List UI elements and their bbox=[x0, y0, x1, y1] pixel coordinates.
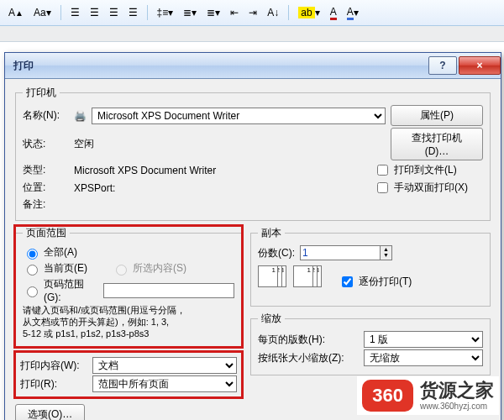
indent-increase-icon[interactable]: ⇥ bbox=[245, 4, 260, 21]
options-button[interactable]: 选项(O)… bbox=[15, 404, 85, 420]
ruler bbox=[0, 26, 504, 42]
print-what-label: 打印内容(W): bbox=[20, 359, 87, 373]
align-right-icon[interactable]: ☰ bbox=[106, 4, 122, 21]
spin-down-icon[interactable]: ▼ bbox=[381, 252, 391, 258]
pages-radio[interactable] bbox=[27, 286, 38, 297]
where-value: XPSPort: bbox=[74, 182, 369, 194]
find-printer-button[interactable]: 查找打印机(D)… bbox=[391, 128, 483, 160]
help-button[interactable]: ? bbox=[428, 56, 457, 75]
close-button[interactable]: × bbox=[459, 56, 501, 75]
line-spacing-icon[interactable]: ‡≡▾ bbox=[154, 4, 177, 21]
zoom-legend: 缩放 bbox=[258, 312, 285, 326]
selection-radio bbox=[116, 265, 127, 276]
properties-button[interactable]: 属性(P) bbox=[391, 105, 483, 126]
collate-icon-2: 3 2 1 bbox=[293, 265, 323, 297]
selection-label: 所选内容(S) bbox=[133, 261, 186, 276]
spin-up-icon[interactable]: ▲ bbox=[381, 246, 391, 252]
highlight-icon[interactable]: ab▾ bbox=[295, 4, 323, 21]
bullets-icon[interactable]: ≣▾ bbox=[180, 4, 200, 21]
print-to-file-label: 打印到文件(L) bbox=[394, 163, 457, 177]
font-color-icon[interactable]: A bbox=[327, 3, 340, 23]
pages-label: 页码范围(G): bbox=[44, 277, 98, 303]
all-pages-label: 全部(A) bbox=[44, 245, 77, 260]
align-justify-icon[interactable]: ☰ bbox=[125, 4, 141, 21]
printer-name-label: 名称(N): bbox=[23, 108, 69, 123]
align-left-icon[interactable]: ☰ bbox=[67, 4, 83, 21]
font-size-toggle-icon[interactable]: A▲ bbox=[5, 4, 27, 21]
print-dialog: 打印 ? × 打印机 名称(N): 🖨️ Microsoft XPS Docum… bbox=[4, 52, 501, 420]
per-sheet-label: 每页的版数(H): bbox=[258, 333, 359, 347]
copies-label: 份数(C): bbox=[258, 246, 295, 260]
formatting-toolbar[interactable]: A▲ Aa▾ ☰ ☰ ☰ ☰ ‡≡▾ ≣▾ ≣▾ ⇤ ⇥ A↓ ab▾ A A▾ bbox=[0, 0, 504, 26]
logo-badge: 360 bbox=[362, 380, 413, 412]
scale-select[interactable]: 无缩放 bbox=[364, 349, 483, 366]
collate-label: 逐份打印(T) bbox=[359, 275, 412, 289]
page-range-legend: 页面范围 bbox=[23, 226, 70, 240]
collate-icon-1: 3 2 1 bbox=[258, 265, 288, 297]
per-sheet-select[interactable]: 1 版 bbox=[364, 331, 483, 348]
case-change-icon[interactable]: Aa▾ bbox=[30, 4, 55, 21]
indent-decrease-icon[interactable]: ⇤ bbox=[227, 4, 242, 21]
print-range-label: 打印(R): bbox=[20, 377, 87, 391]
logo-url: www.360hyzj.com bbox=[420, 402, 494, 411]
char-shading-icon[interactable]: A▾ bbox=[344, 3, 362, 23]
dialog-title: 打印 bbox=[13, 59, 34, 73]
pages-input[interactable] bbox=[103, 283, 234, 298]
watermark-logo: 360 货源之家 www.360hyzj.com bbox=[357, 376, 499, 415]
copies-input[interactable] bbox=[301, 246, 380, 260]
manual-duplex-checkbox[interactable] bbox=[377, 182, 388, 193]
printer-legend: 打印机 bbox=[23, 86, 60, 100]
type-value: Microsoft XPS Document Writer bbox=[74, 165, 369, 176]
numbering-icon[interactable]: ≣▾ bbox=[203, 4, 223, 21]
pages-hint-1: 请键入页码和/或页码范围(用逗号分隔， bbox=[23, 305, 234, 317]
where-label: 位置: bbox=[23, 181, 69, 195]
logo-brand: 货源之家 bbox=[420, 381, 494, 401]
scale-label: 按纸张大小缩放(Z): bbox=[258, 351, 359, 365]
current-page-radio[interactable] bbox=[27, 265, 38, 276]
page-range-group: 页面范围 全部(A) 当前页(E) bbox=[15, 226, 242, 347]
manual-duplex-label: 手动双面打印(X) bbox=[394, 181, 468, 195]
pages-hint-3: 5-12 或 p1s1, p1s2, p1s3-p8s3 bbox=[23, 328, 234, 340]
printer-group: 打印机 名称(N): 🖨️ Microsoft XPS Document Wri… bbox=[15, 86, 491, 221]
copies-spinner[interactable]: ▲ ▼ bbox=[300, 245, 392, 260]
print-to-file-checkbox[interactable] bbox=[377, 165, 388, 176]
print-what-select[interactable]: 文档 bbox=[92, 357, 237, 374]
copies-legend: 副本 bbox=[258, 226, 285, 240]
print-range-select[interactable]: 范围中所有页面 bbox=[92, 375, 237, 392]
zoom-group: 缩放 每页的版数(H): 1 版 按纸张大小缩放(Z): 无缩放 bbox=[250, 312, 491, 375]
align-center-icon[interactable]: ☰ bbox=[87, 4, 102, 21]
status-value: 空闲 bbox=[74, 137, 386, 151]
pages-hint-2: 从文档或节的开头算起)，例如: 1, 3, bbox=[23, 317, 234, 328]
comment-label: 备注: bbox=[23, 197, 69, 212]
copies-group: 副本 份数(C): ▲ ▼ 3 bbox=[250, 226, 491, 307]
current-page-label: 当前页(E) bbox=[44, 261, 87, 276]
dialog-titlebar: 打印 ? × bbox=[5, 53, 501, 79]
all-pages-radio[interactable] bbox=[27, 249, 38, 260]
sort-icon[interactable]: A↓ bbox=[264, 4, 282, 21]
print-what-group: 打印内容(W): 文档 打印(R): 范围中所有页面 bbox=[15, 352, 242, 397]
status-label: 状态: bbox=[23, 137, 69, 151]
printer-name-select[interactable]: Microsoft XPS Document Writer bbox=[92, 108, 386, 124]
type-label: 类型: bbox=[23, 163, 69, 177]
collate-checkbox[interactable] bbox=[342, 276, 353, 287]
printer-icon: 🖨️ bbox=[74, 110, 87, 122]
